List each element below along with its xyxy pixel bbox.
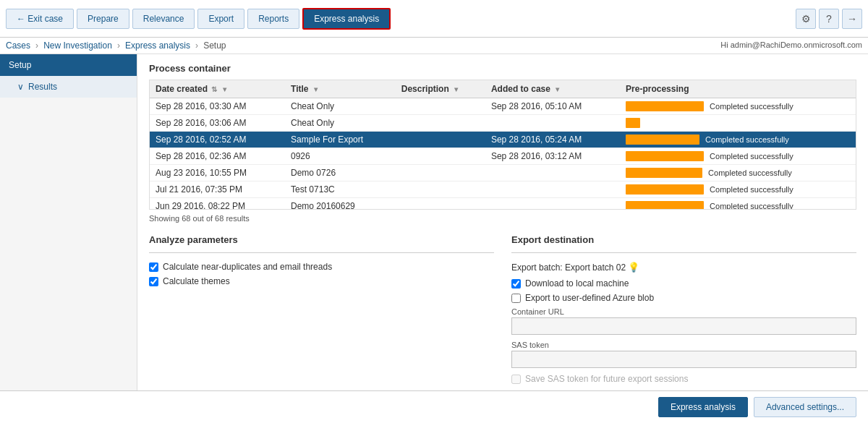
col-description: Description ▾ <box>396 80 485 98</box>
download-local-row[interactable]: Download to local machine <box>511 278 856 289</box>
sidebar-results-chevron: ∨ <box>17 82 24 92</box>
cell-added: Sep 28 2016, 05:10 AM <box>485 98 620 115</box>
cell-title: 0926 <box>285 148 396 165</box>
col-added: Added to case ▾ <box>485 80 620 98</box>
calc-themes-label: Calculate themes <box>163 276 230 286</box>
reports-button[interactable]: Reports <box>247 9 299 29</box>
calc-themes-checkbox[interactable] <box>149 277 158 286</box>
sort-date-icon[interactable]: ⇅ <box>211 85 217 93</box>
sas-token-label: SAS token <box>511 341 856 349</box>
advanced-settings-button[interactable]: Advanced settings... <box>754 397 856 417</box>
toolbar: ← Exit case Prepare Relevance Export Rep… <box>0 0 868 38</box>
sas-token-input[interactable] <box>511 351 856 368</box>
prepare-button[interactable]: Prepare <box>77 9 129 29</box>
table-row[interactable]: Aug 23 2016, 10:55 PM Demo 0726 Complete… <box>150 165 856 181</box>
analyze-params-title: Analyze parameters <box>149 234 494 245</box>
table-row[interactable]: Sep 28 2016, 02:52 AM Sample For Export … <box>150 132 856 148</box>
sidebar-results-label: Results <box>28 82 57 92</box>
table-row[interactable]: Sep 28 2016, 03:30 AM Cheat Only Sep 28 … <box>150 98 856 115</box>
export-batch-label: Export batch: Export batch 02 💡 <box>511 262 856 273</box>
cell-date: Sep 28 2016, 03:30 AM <box>150 98 285 115</box>
info-icon[interactable]: 💡 <box>628 262 639 273</box>
sidebar-item-results[interactable]: ∨ Results <box>0 76 137 98</box>
cell-title: Cheat Only <box>285 98 396 115</box>
signout-icon[interactable]: → <box>842 9 862 29</box>
help-icon[interactable]: ? <box>819 9 839 29</box>
cell-date: Jun 29 2016, 08:22 PM <box>150 198 285 210</box>
azure-blob-row[interactable]: Export to user-defined Azure blob <box>511 293 856 303</box>
content-area: Process container Date created ⇅ ▾ Title… <box>137 54 868 422</box>
export-dest-title: Export destination <box>511 234 856 245</box>
express-analysis-button[interactable]: Express analysis <box>302 8 391 30</box>
cell-description <box>396 148 485 165</box>
cell-date: Sep 28 2016, 03:06 AM <box>150 115 285 132</box>
sas-token-group: SAS token <box>511 341 856 368</box>
filter-title-icon[interactable]: ▾ <box>314 85 318 93</box>
express-analysis-action-button[interactable]: Express analysis <box>658 397 748 417</box>
table-header-row: Date created ⇅ ▾ Title ▾ Description ▾ <box>150 80 856 98</box>
table-body: Sep 28 2016, 03:30 AM Cheat Only Sep 28 … <box>150 98 856 210</box>
download-local-checkbox[interactable] <box>511 279 521 289</box>
cell-description <box>396 132 485 148</box>
cell-description <box>396 98 485 115</box>
breadcrumb-sep3: › <box>195 40 198 51</box>
calc-near-dupes-label: Calculate near-duplicates and email thre… <box>163 262 332 272</box>
table-footer: Showing 68 out of 68 results <box>149 214 856 223</box>
export-destination-section: Export destination Export batch: Export … <box>511 234 856 384</box>
table-row[interactable]: Sep 28 2016, 03:06 AM Cheat Only <box>150 115 856 132</box>
azure-blob-checkbox[interactable] <box>511 294 521 303</box>
cell-title: Demo 0726 <box>285 165 396 181</box>
cell-added: Sep 28 2016, 05:24 AM <box>485 132 620 148</box>
table-row[interactable]: Sep 28 2016, 02:36 AM 0926 Sep 28 2016, … <box>150 148 856 165</box>
filter-desc-icon[interactable]: ▾ <box>454 85 458 93</box>
calc-near-dupes-checkbox[interactable] <box>149 262 158 272</box>
cell-added <box>485 115 620 132</box>
cell-title: Cheat Only <box>285 115 396 132</box>
calc-themes-row[interactable]: Calculate themes <box>149 276 494 286</box>
cell-date: Jul 21 2016, 07:35 PM <box>150 181 285 198</box>
cell-date: Aug 23 2016, 10:55 PM <box>150 165 285 181</box>
cell-preprocessing: Completed successfully <box>620 181 856 198</box>
cell-description <box>396 198 485 210</box>
container-url-label: Container URL <box>511 307 856 316</box>
cell-date: Sep 28 2016, 02:36 AM <box>150 148 285 165</box>
process-table-wrap[interactable]: Date created ⇅ ▾ Title ▾ Description ▾ <box>149 80 856 210</box>
save-sas-checkbox <box>511 375 521 384</box>
cell-title: Sample For Export <box>285 132 396 148</box>
filter-added-icon[interactable]: ▾ <box>556 85 559 93</box>
calc-near-dupes-row[interactable]: Calculate near-duplicates and email thre… <box>149 262 494 272</box>
breadcrumb-sep2: › <box>117 40 120 51</box>
breadcrumb-new-investigation[interactable]: New Investigation <box>43 40 112 51</box>
container-url-group: Container URL <box>511 307 856 335</box>
filter-date-icon[interactable]: ▾ <box>223 85 226 93</box>
exit-case-button[interactable]: ← Exit case <box>6 9 74 29</box>
sidebar: Setup ∨ Results <box>0 54 137 422</box>
export-button[interactable]: Export <box>197 9 244 29</box>
cell-preprocessing: Completed successfully <box>620 98 856 115</box>
sidebar-item-setup[interactable]: Setup <box>0 54 137 76</box>
cell-preprocessing: Completed successfully <box>620 198 856 210</box>
settings-icon[interactable]: ⚙ <box>796 9 816 29</box>
breadcrumb-express-analysis[interactable]: Express analysis <box>125 40 190 51</box>
breadcrumb-cases[interactable]: Cases <box>6 40 30 51</box>
process-container-title: Process container <box>149 63 856 74</box>
download-local-label: Download to local machine <box>525 278 629 289</box>
container-url-input[interactable] <box>511 317 856 335</box>
cell-date: Sep 28 2016, 02:52 AM <box>150 132 285 148</box>
cell-added <box>485 165 620 181</box>
process-table: Date created ⇅ ▾ Title ▾ Description ▾ <box>150 80 856 210</box>
breadcrumb: Hi admin@RachiDemo.onmicrosoft.com Cases… <box>0 38 868 54</box>
breadcrumb-setup: Setup <box>203 40 226 51</box>
save-sas-label: Save SAS token for future export session… <box>525 374 688 384</box>
cell-preprocessing: Completed successfully <box>620 132 856 148</box>
cell-added <box>485 198 620 210</box>
save-sas-row: Save SAS token for future export session… <box>511 374 856 384</box>
relevance-button[interactable]: Relevance <box>132 9 195 29</box>
table-row[interactable]: Jun 29 2016, 08:22 PM Demo 20160629 Comp… <box>150 198 856 210</box>
cell-description <box>396 115 485 132</box>
bottom-bar: Express analysis Advanced settings... <box>0 390 868 422</box>
cell-title: Demo 20160629 <box>285 198 396 210</box>
table-row[interactable]: Jul 21 2016, 07:35 PM Test 0713C Complet… <box>150 181 856 198</box>
user-info: Hi admin@RachiDemo.onmicrosoft.com <box>720 40 862 49</box>
breadcrumb-sep1: › <box>35 40 38 51</box>
